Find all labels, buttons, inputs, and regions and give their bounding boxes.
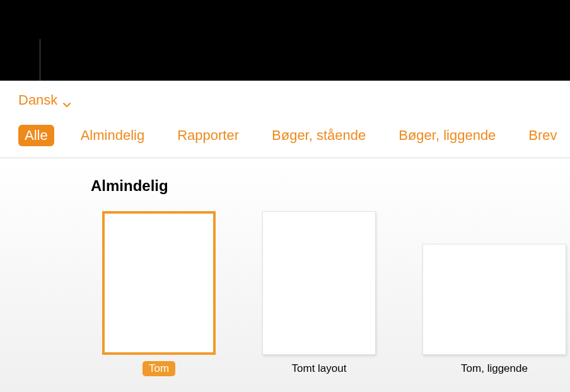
content-area: Almindelig Tom Tomt layout Tom, liggende: [0, 158, 570, 392]
templates-row: Tom Tomt layout Tom, liggende: [102, 211, 566, 376]
template-thumb-tom: [102, 211, 216, 355]
callout-line: [40, 39, 40, 81]
template-chooser-panel: Dansk Alle Almindelig Rapporter Bøger, s…: [0, 81, 570, 392]
tab-rapporter[interactable]: Rapporter: [171, 125, 245, 146]
tab-brev[interactable]: Brev: [522, 125, 563, 146]
chevron-down-icon: [62, 97, 71, 106]
category-tabs: Alle Almindelig Rapporter Bøger, stående…: [18, 125, 564, 146]
template-tomt-layout[interactable]: Tomt layout: [262, 211, 376, 376]
tab-almindelig[interactable]: Almindelig: [74, 125, 151, 146]
template-thumb-tom-liggende: [422, 244, 566, 355]
language-selector[interactable]: Dansk: [18, 92, 71, 108]
template-tom[interactable]: Tom: [102, 211, 216, 376]
template-label-tom-liggende: Tom, liggende: [455, 361, 534, 376]
template-label-tom: Tom: [142, 361, 175, 376]
tab-alle[interactable]: Alle: [18, 125, 54, 146]
template-thumb-tomt-layout: [262, 211, 376, 355]
template-label-tomt-layout: Tomt layout: [286, 361, 353, 376]
tab-boger-staende[interactable]: Bøger, stående: [265, 125, 372, 146]
tab-boger-liggende[interactable]: Bøger, liggende: [392, 125, 502, 146]
language-label: Dansk: [18, 92, 57, 108]
template-tom-liggende[interactable]: Tom, liggende: [422, 244, 566, 376]
top-black-area: [0, 0, 570, 81]
section-title: Almindelig: [91, 177, 168, 195]
